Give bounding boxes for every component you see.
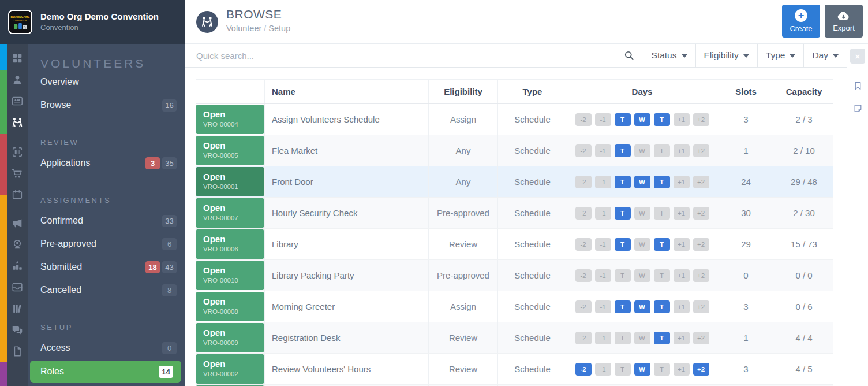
type-filter-dropdown[interactable]: Type bbox=[757, 44, 804, 67]
day-chip[interactable]: +2 bbox=[693, 207, 709, 220]
sidebar-item-submitted[interactable]: Submitted 18 43 bbox=[28, 255, 185, 279]
day-chip[interactable]: W bbox=[634, 176, 650, 188]
day-chip[interactable]: +2 bbox=[693, 144, 709, 157]
day-chip[interactable]: T bbox=[654, 144, 670, 157]
header-slots[interactable]: Slots bbox=[717, 80, 775, 103]
table-row[interactable]: Open VRO-00008 Morning Greeter Assign Sc… bbox=[196, 291, 833, 322]
support-icon[interactable] bbox=[11, 238, 24, 251]
sidebar-item-applications[interactable]: Applications 3 35 bbox=[28, 151, 185, 175]
store-icon[interactable] bbox=[11, 167, 24, 180]
day-chip[interactable]: T bbox=[654, 332, 670, 344]
day-chip[interactable]: -1 bbox=[595, 144, 611, 157]
day-chip[interactable]: -2 bbox=[575, 113, 592, 126]
table-row[interactable]: Open VRO-00004 Assign Volunteers Schedul… bbox=[196, 104, 833, 135]
status-badge[interactable]: Open VRO-00009 bbox=[196, 323, 264, 352]
badges-icon[interactable] bbox=[11, 95, 24, 107]
day-chip[interactable]: T bbox=[654, 113, 670, 126]
day-chip[interactable]: +1 bbox=[674, 207, 690, 220]
note-icon[interactable] bbox=[853, 103, 863, 114]
table-row[interactable]: Open VRO-00007 Hourly Security Check Pre… bbox=[196, 198, 833, 229]
day-chip[interactable]: W bbox=[634, 144, 650, 157]
day-chip[interactable]: -2 bbox=[575, 238, 592, 251]
status-badge[interactable]: Open VRO-00008 bbox=[196, 292, 264, 321]
day-chip[interactable]: -2 bbox=[575, 176, 592, 188]
header-type[interactable]: Type bbox=[498, 80, 567, 103]
status-badge[interactable]: Open VRO-00010 bbox=[196, 261, 264, 290]
status-badge[interactable]: Open VRO-00007 bbox=[196, 198, 264, 228]
day-chip[interactable]: T bbox=[615, 144, 631, 157]
day-chip[interactable]: -1 bbox=[595, 332, 611, 344]
day-chip[interactable]: +2 bbox=[693, 300, 709, 313]
day-chip[interactable]: +1 bbox=[674, 176, 690, 188]
status-badge[interactable]: Open VRO-00005 bbox=[196, 136, 264, 165]
search-input[interactable] bbox=[185, 51, 623, 61]
day-chip[interactable]: +2 bbox=[693, 269, 709, 282]
day-chip[interactable]: T bbox=[654, 363, 670, 376]
documents-icon[interactable] bbox=[11, 345, 24, 358]
day-chip[interactable]: -2 bbox=[575, 332, 592, 344]
sidebar-item-preapproved[interactable]: Pre-approved 6 bbox=[28, 232, 185, 255]
day-chip[interactable]: +2 bbox=[693, 363, 709, 376]
status-badge[interactable]: Open VRO-00004 bbox=[196, 105, 264, 134]
table-row[interactable]: Open VRO-00001 Front Door Any Schedule -… bbox=[196, 166, 833, 198]
export-button[interactable]: Export bbox=[825, 5, 863, 38]
table-row[interactable]: Open VRO-00010 Library Packing Party Pre… bbox=[196, 260, 833, 291]
dashboard-icon[interactable] bbox=[11, 52, 24, 65]
day-chip[interactable]: +2 bbox=[693, 238, 709, 251]
sponsors-icon[interactable] bbox=[11, 259, 24, 272]
attendees-icon[interactable] bbox=[11, 73, 24, 86]
sidebar-item-browse[interactable]: Browse 16 bbox=[28, 94, 185, 117]
day-chip[interactable]: -2 bbox=[575, 300, 592, 313]
scan-icon[interactable] bbox=[11, 146, 24, 158]
day-chip[interactable]: +1 bbox=[674, 113, 690, 126]
day-chip[interactable]: T bbox=[615, 300, 631, 313]
header-eligibility[interactable]: Eligibility bbox=[429, 80, 498, 103]
status-badge[interactable]: Open VRO-00006 bbox=[196, 229, 264, 259]
sidebar-item-cancelled[interactable]: Cancelled 8 bbox=[28, 279, 185, 302]
day-chip[interactable]: T bbox=[654, 238, 670, 251]
breadcrumb-setup[interactable]: Setup bbox=[268, 24, 290, 33]
bookmark-icon[interactable] bbox=[853, 80, 863, 91]
org-switcher[interactable]: BOARDGAME CONVENTION Demo Org Demo Conve… bbox=[0, 0, 185, 44]
day-chip[interactable]: +2 bbox=[693, 113, 709, 126]
day-chip[interactable]: +1 bbox=[674, 144, 690, 157]
day-chip[interactable]: -1 bbox=[595, 238, 611, 251]
day-chip[interactable]: T bbox=[654, 300, 670, 313]
table-row[interactable]: Open VRO-00005 Flea Market Any Schedule … bbox=[196, 135, 833, 166]
day-chip[interactable]: T bbox=[615, 238, 631, 251]
day-chip[interactable]: W bbox=[634, 300, 650, 313]
table-row[interactable]: Open VRO-00006 Library Review Schedule -… bbox=[196, 229, 833, 260]
messages-icon[interactable] bbox=[11, 324, 24, 336]
day-filter-dropdown[interactable]: Day bbox=[803, 44, 847, 67]
breadcrumb-volunteer[interactable]: Volunteer bbox=[226, 24, 261, 33]
day-chip[interactable]: W bbox=[634, 113, 650, 126]
day-chip[interactable]: -1 bbox=[595, 207, 611, 220]
status-badge[interactable]: Open VRO-00001 bbox=[196, 167, 264, 196]
sidebar-item-access[interactable]: Access 0 bbox=[28, 336, 185, 359]
clear-filters-button[interactable]: × bbox=[850, 49, 865, 64]
day-chip[interactable]: +1 bbox=[674, 238, 690, 251]
header-days[interactable]: Days bbox=[567, 80, 717, 103]
day-chip[interactable]: W bbox=[634, 207, 650, 220]
day-chip[interactable]: W bbox=[634, 269, 650, 282]
header-name[interactable]: Name bbox=[265, 80, 429, 103]
day-chip[interactable]: -2 bbox=[575, 207, 592, 220]
day-chip[interactable]: W bbox=[634, 332, 650, 344]
status-filter-dropdown[interactable]: Status bbox=[643, 44, 695, 67]
header-capacity[interactable]: Capacity bbox=[775, 80, 833, 103]
status-badge[interactable]: Open VRO-00002 bbox=[196, 354, 264, 384]
table-row[interactable]: Open VRO-00009 Registration Desk Review … bbox=[196, 322, 833, 354]
day-chip[interactable]: T bbox=[615, 332, 631, 344]
day-chip[interactable]: T bbox=[615, 176, 631, 188]
sidebar-item-roles[interactable]: Roles 14 bbox=[30, 361, 181, 383]
day-chip[interactable]: +1 bbox=[674, 269, 690, 282]
sidebar-item-confirmed[interactable]: Confirmed 33 bbox=[28, 209, 185, 232]
marketing-icon[interactable] bbox=[11, 217, 24, 229]
day-chip[interactable]: T bbox=[654, 207, 670, 220]
day-chip[interactable]: T bbox=[654, 269, 670, 282]
day-chip[interactable]: W bbox=[634, 238, 650, 251]
day-chip[interactable]: +2 bbox=[693, 332, 709, 344]
day-chip[interactable]: +1 bbox=[674, 332, 690, 344]
table-row[interactable]: Open VRO-00002 Review Volunteers' Hours … bbox=[196, 354, 833, 385]
eligibility-filter-dropdown[interactable]: Eligibility bbox=[695, 44, 757, 67]
